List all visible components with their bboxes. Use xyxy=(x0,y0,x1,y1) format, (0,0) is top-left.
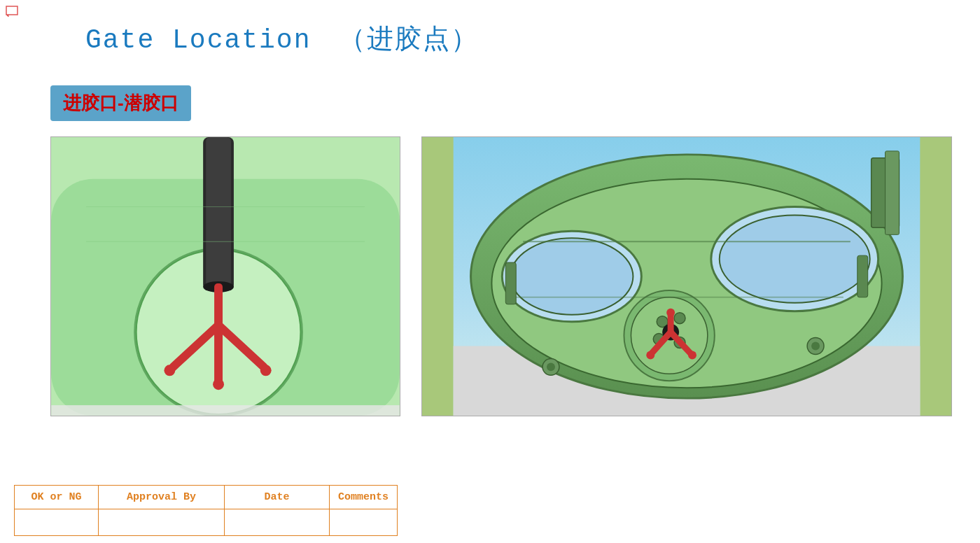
svg-point-12 xyxy=(164,365,175,376)
approval-table: OK or NG Approval By Date Comments xyxy=(14,485,398,536)
svg-point-14 xyxy=(213,379,224,390)
cad-images-container xyxy=(50,136,952,416)
svg-rect-17 xyxy=(51,405,400,416)
svg-point-44 xyxy=(547,362,555,371)
svg-point-13 xyxy=(260,365,272,376)
comment-icon xyxy=(6,6,20,18)
svg-point-46 xyxy=(811,342,820,351)
ok-ng-cell xyxy=(15,509,99,536)
svg-rect-47 xyxy=(505,262,516,304)
svg-point-25 xyxy=(720,215,870,302)
comments-cell xyxy=(330,509,398,536)
svg-rect-48 xyxy=(858,255,868,297)
svg-point-23 xyxy=(510,238,633,314)
table-row xyxy=(15,509,398,536)
table-header-comments: Comments xyxy=(330,486,398,509)
svg-rect-0 xyxy=(6,6,18,15)
svg-rect-6 xyxy=(206,137,231,287)
table-header-ok: OK or NG xyxy=(15,486,99,509)
cad-image-left xyxy=(50,136,400,416)
gate-type-label: 进胶口-潜胶口 xyxy=(63,92,178,113)
svg-point-38 xyxy=(666,309,675,317)
svg-point-37 xyxy=(688,351,696,359)
table-header-approval: Approval By xyxy=(99,486,225,509)
svg-point-36 xyxy=(646,351,654,359)
svg-rect-42 xyxy=(886,151,899,234)
svg-point-29 xyxy=(674,313,685,324)
date-cell xyxy=(225,509,330,536)
approval-by-cell xyxy=(99,509,225,536)
gate-type-badge: 进胶口-潜胶口 xyxy=(50,85,191,121)
page-title: Gate Location （进胶点） xyxy=(85,21,479,57)
cad-image-right xyxy=(421,136,952,416)
table-header-date: Date xyxy=(225,486,330,509)
